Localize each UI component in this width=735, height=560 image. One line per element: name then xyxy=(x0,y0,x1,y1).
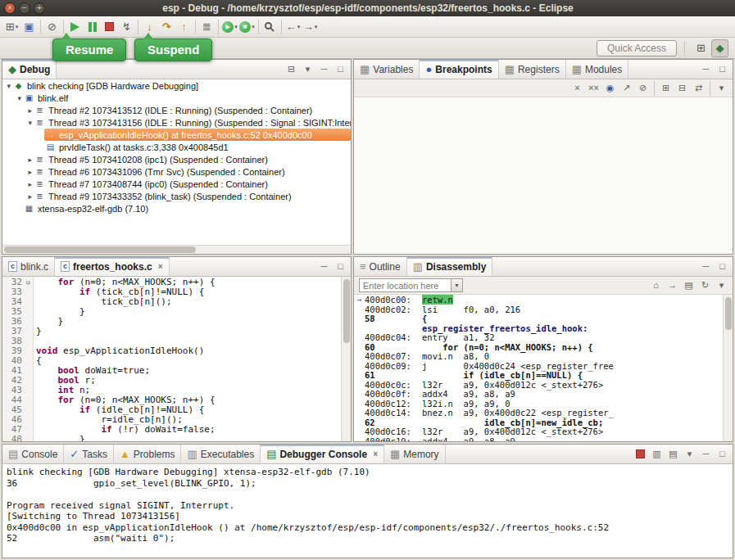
debug-button[interactable]: ✱▾ xyxy=(238,18,256,36)
debug-tree-item[interactable]: →esp_vApplicationIdleHook() at freertos_… xyxy=(2,129,351,141)
view-menu-button[interactable]: ▾ xyxy=(300,61,315,77)
disassembly-area[interactable]: →400d0c00:retw.n400d0c02:lsi f0, a0, 216… xyxy=(354,295,723,441)
line-number-gutter[interactable]: 3233343536373839404142434445464748 xyxy=(2,277,24,441)
search-button[interactable] xyxy=(261,18,279,36)
new-wizard-button[interactable]: ⊞▾ xyxy=(3,18,20,36)
editor-vertical-scrollbar[interactable] xyxy=(341,277,351,441)
close-icon[interactable]: × xyxy=(373,449,378,458)
step-over-button[interactable]: ↷ xyxy=(158,18,175,36)
debug-tree-item[interactable]: ▦xtensa-esp32-elf-gdb (7.10) xyxy=(2,202,351,215)
debug-tree-item[interactable]: ▸≣Thread #9 1073433352 (blink_task) (Sus… xyxy=(2,190,351,202)
debug-tree-item[interactable]: ▸≣Thread #7 1073408744 (ipc0) (Suspended… xyxy=(2,178,351,190)
run-button[interactable]: ▶▾ xyxy=(221,18,238,36)
location-input[interactable] xyxy=(359,278,451,292)
tab-problems[interactable]: ▲Problems xyxy=(114,445,182,463)
tab-console[interactable]: ▤Console xyxy=(2,445,64,463)
skip-all-breakpoints-button[interactable]: ⊘ xyxy=(43,18,61,36)
debug-tree-item[interactable]: ▸≣Thread #5 1073410208 (ipc1) (Suspended… xyxy=(2,153,351,165)
tab-outline[interactable]: ≡Outline xyxy=(354,257,407,276)
expand-all-button[interactable]: ⊞ xyxy=(658,80,674,96)
maximize-button[interactable]: □ xyxy=(333,61,348,77)
go-to-file-button[interactable]: ↗ xyxy=(619,80,634,96)
minimize-button[interactable]: ─ xyxy=(698,61,714,77)
open-console-button[interactable]: ▤ xyxy=(665,446,681,462)
minimize-button[interactable]: ─ xyxy=(316,61,332,77)
collapse-all-button[interactable]: ⊟ xyxy=(284,61,299,77)
minimize-button[interactable]: ─ xyxy=(698,446,714,462)
tab-tasks[interactable]: ✓Tasks xyxy=(64,445,114,463)
minimize-button[interactable]: ─ xyxy=(316,259,332,274)
breakpoints-list[interactable] xyxy=(354,97,733,254)
minimize-button[interactable]: ─ xyxy=(698,259,714,274)
tab-debug[interactable]: ◆Debug xyxy=(2,60,57,79)
tab-memory[interactable]: ▦Memory xyxy=(384,445,446,463)
quick-access-button[interactable]: Quick Access xyxy=(597,40,677,56)
tab-freertos-hooks-c[interactable]: cfreertos_hooks.c× xyxy=(55,257,170,276)
tab-registers[interactable]: ▦Registers xyxy=(499,60,566,79)
tab-variables[interactable]: ▦Variables xyxy=(354,60,420,79)
scrollbar-thumb[interactable] xyxy=(343,279,350,343)
window-maximize-button[interactable]: + xyxy=(34,2,45,14)
tab-disassembly[interactable]: ▥Disassembly xyxy=(407,257,493,276)
save-button[interactable]: ▣ xyxy=(20,18,38,36)
location-dropdown-icon[interactable]: ▼ xyxy=(451,278,463,292)
tab-executables[interactable]: ▥Executables xyxy=(181,445,261,463)
code-editor-area[interactable]: for (n=0; n<MAX_HOOKS; n++) { if (tick_c… xyxy=(34,277,341,441)
forward-button[interactable]: →▾ xyxy=(302,18,319,36)
disassembly-vertical-scrollbar[interactable] xyxy=(723,295,733,441)
debug-perspective-button[interactable]: ◆ xyxy=(711,39,728,57)
expand-arrow-icon[interactable]: ▸ xyxy=(2,192,34,201)
expand-arrow-icon[interactable]: ▸ xyxy=(2,156,34,164)
debug-tree-item[interactable]: ▤prvIdleTask() at tasks.c:3,338 0x400845… xyxy=(2,141,351,153)
link-instruction-pointer-button[interactable]: → xyxy=(665,278,680,293)
collapse-arrow-icon[interactable]: ▾ xyxy=(2,82,12,90)
show-breakpoints-for-button[interactable]: ◉ xyxy=(602,80,618,96)
console-output[interactable]: blink checking [GDB Hardware Debugging] … xyxy=(2,464,733,558)
expand-arrow-icon[interactable]: ▸ xyxy=(2,180,34,188)
terminate-console-button[interactable] xyxy=(633,446,648,462)
view-menu-button[interactable]: ▾ xyxy=(714,80,729,96)
maximize-button[interactable]: □ xyxy=(715,61,730,77)
tab-modules[interactable]: ▦Modules xyxy=(566,60,629,79)
terminate-button[interactable] xyxy=(101,18,118,36)
window-close-button[interactable]: × xyxy=(4,2,16,14)
show-source-button[interactable]: ▤ xyxy=(681,278,696,293)
maximize-button[interactable]: □ xyxy=(715,446,730,462)
link-with-debug-button[interactable]: ⇄ xyxy=(691,80,706,96)
view-menu-button[interactable]: ▾ xyxy=(714,278,729,293)
debug-tree-item[interactable]: ▾≣Thread #3 1073413156 (IDLE : Running) … xyxy=(2,116,351,129)
maximize-button[interactable]: □ xyxy=(333,259,348,274)
disconnect-button[interactable]: ↯ xyxy=(118,18,135,36)
view-menu-button[interactable]: ▾ xyxy=(682,446,697,462)
skip-all-breakpoints-button[interactable]: ⊘ xyxy=(635,80,651,96)
collapse-arrow-icon[interactable]: ▾ xyxy=(2,94,23,102)
expand-arrow-icon[interactable]: ▸ xyxy=(2,168,34,176)
debug-tree-item[interactable]: ▸≣Thread #6 1073431096 (Tmr Svc) (Suspen… xyxy=(2,165,351,178)
collapse-all-button[interactable]: ⊟ xyxy=(674,80,690,96)
display-console-button[interactable]: ▥ xyxy=(649,446,665,462)
tab-debugger-console[interactable]: ▤Debugger Console× xyxy=(261,445,384,463)
close-icon[interactable]: × xyxy=(158,262,163,271)
tab-blink-c[interactable]: cblink.c xyxy=(2,257,55,276)
tab-breakpoints[interactable]: ●Breakpoints xyxy=(420,60,498,79)
window-minimize-button[interactable]: − xyxy=(19,2,30,14)
folding-gutter[interactable]: ⊖ xyxy=(24,277,34,441)
debug-horizontal-scrollbar[interactable] xyxy=(2,245,351,254)
debug-tree-item[interactable]: ▾▣blink.elf xyxy=(2,92,351,104)
open-perspective-button[interactable]: ⊞ xyxy=(692,39,710,57)
remove-all-breakpoints-button[interactable]: ×× xyxy=(586,80,601,96)
home-button[interactable]: ⌂ xyxy=(648,278,664,293)
expand-arrow-icon[interactable]: ▸ xyxy=(2,106,34,115)
suspend-button[interactable] xyxy=(84,18,101,36)
back-button[interactable]: ←▾ xyxy=(284,18,302,36)
debug-tree-item[interactable]: ▾◆blink checking [GDB Hardware Debugging… xyxy=(2,79,351,92)
debug-tree-item[interactable]: ▸≣Thread #2 1073413512 (IDLE : Running) … xyxy=(2,104,351,116)
instruction-stepping-button[interactable]: ≣ xyxy=(198,18,216,36)
maximize-button[interactable]: □ xyxy=(715,259,730,274)
scrollbar-thumb[interactable] xyxy=(725,297,732,330)
refresh-button[interactable]: ↻ xyxy=(697,278,713,293)
scrollbar-thumb[interactable] xyxy=(4,246,196,253)
step-return-button[interactable]: ↑ xyxy=(175,18,193,36)
collapse-arrow-icon[interactable]: ▾ xyxy=(2,119,34,127)
remove-breakpoint-button[interactable]: × xyxy=(569,80,585,96)
